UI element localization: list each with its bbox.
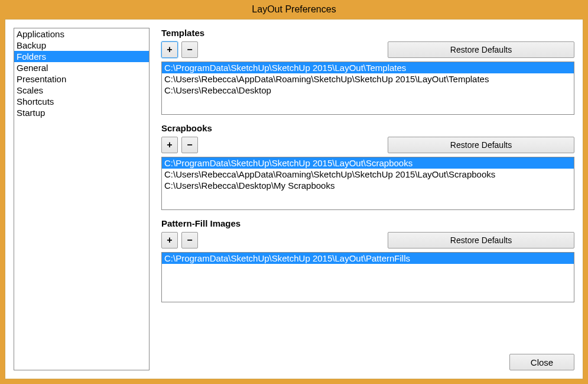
sidebar-item-general[interactable]: General xyxy=(14,62,149,73)
templates-section: Templates + − Restore Defaults C:\Progra… xyxy=(161,28,574,115)
main-panel: Templates + − Restore Defaults C:\Progra… xyxy=(161,28,574,370)
sidebar-item-startup[interactable]: Startup xyxy=(14,107,149,118)
list-item[interactable]: C:\Users\Rebecca\AppData\Roaming\SketchU… xyxy=(162,73,574,85)
pattern-fill-remove-button[interactable]: − xyxy=(181,232,198,249)
window-titlebar: LayOut Preferences xyxy=(0,0,588,19)
category-sidebar[interactable]: ApplicationsBackupFoldersGeneralPresenta… xyxy=(14,28,150,370)
footer: Close xyxy=(161,354,574,370)
close-button[interactable]: Close xyxy=(509,354,574,370)
scrapbooks-remove-button[interactable]: − xyxy=(181,137,198,153)
pattern-fill-toolbar: + − Restore Defaults xyxy=(161,232,574,249)
list-item[interactable]: C:\Users\Rebecca\AppData\Roaming\SketchU… xyxy=(162,169,574,180)
list-item[interactable]: C:\Users\Rebecca\Desktop xyxy=(162,85,574,96)
preferences-window: LayOut Preferences ApplicationsBackupFol… xyxy=(0,0,588,384)
sidebar-item-backup[interactable]: Backup xyxy=(14,40,149,51)
templates-listbox[interactable]: C:\ProgramData\SketchUp\SketchUp 2015\La… xyxy=(161,62,574,115)
pattern-fill-add-button[interactable]: + xyxy=(161,232,178,249)
scrapbooks-listbox[interactable]: C:\ProgramData\SketchUp\SketchUp 2015\La… xyxy=(161,157,574,210)
list-item[interactable]: C:\Users\Rebecca\Desktop\My Scrapbooks xyxy=(162,180,574,191)
window-title: LayOut Preferences xyxy=(252,4,336,15)
templates-toolbar: + − Restore Defaults xyxy=(161,41,574,58)
pattern-fill-restore-defaults-button[interactable]: Restore Defaults xyxy=(388,232,574,249)
pattern-fill-listbox[interactable]: C:\ProgramData\SketchUp\SketchUp 2015\La… xyxy=(161,252,574,302)
pattern-fill-section: Pattern-Fill Images + − Restore Defaults… xyxy=(161,218,574,302)
templates-restore-defaults-button[interactable]: Restore Defaults xyxy=(388,41,574,58)
sidebar-item-scales[interactable]: Scales xyxy=(14,85,149,96)
sidebar-item-presentation[interactable]: Presentation xyxy=(14,73,149,85)
scrapbooks-toolbar: + − Restore Defaults xyxy=(161,137,574,153)
client-area: ApplicationsBackupFoldersGeneralPresenta… xyxy=(5,19,583,379)
list-item[interactable]: C:\ProgramData\SketchUp\SketchUp 2015\La… xyxy=(162,157,574,169)
templates-remove-button[interactable]: − xyxy=(181,41,198,58)
scrapbooks-restore-defaults-button[interactable]: Restore Defaults xyxy=(388,137,574,153)
list-item[interactable]: C:\ProgramData\SketchUp\SketchUp 2015\La… xyxy=(162,253,574,264)
list-item[interactable]: C:\ProgramData\SketchUp\SketchUp 2015\La… xyxy=(162,62,574,73)
scrapbooks-label: Scrapbooks xyxy=(161,123,574,133)
templates-label: Templates xyxy=(161,28,574,38)
pattern-fill-label: Pattern-Fill Images xyxy=(161,218,574,228)
scrapbooks-section: Scrapbooks + − Restore Defaults C:\Progr… xyxy=(161,123,574,210)
sidebar-item-shortcuts[interactable]: Shortcuts xyxy=(14,96,149,107)
sidebar-item-folders[interactable]: Folders xyxy=(14,51,149,62)
templates-add-button[interactable]: + xyxy=(161,41,178,58)
scrapbooks-add-button[interactable]: + xyxy=(161,137,178,153)
sidebar-item-applications[interactable]: Applications xyxy=(14,28,149,40)
